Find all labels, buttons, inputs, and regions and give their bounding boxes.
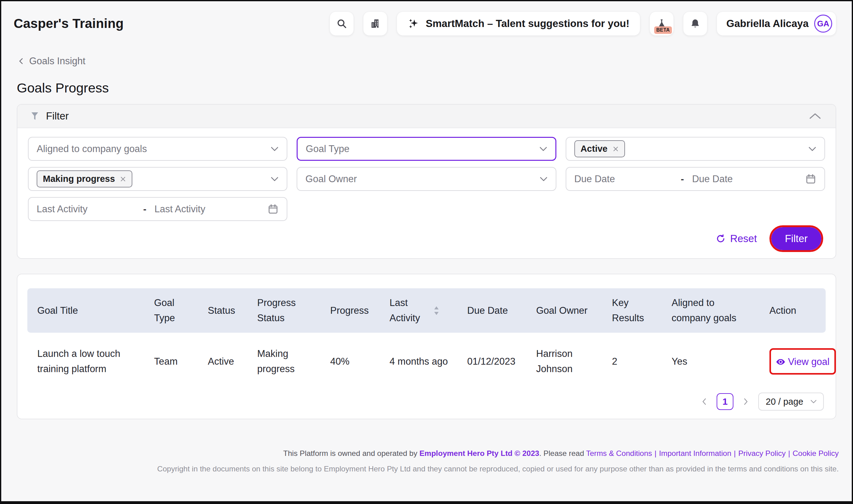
column-header-status: Status xyxy=(208,303,257,319)
last-activity-start-placeholder: Last Activity xyxy=(37,203,143,215)
smartmatch-banner-button[interactable]: SmartMatch – Talent suggestions for you! xyxy=(397,12,640,36)
pagination-page-1[interactable]: 1 xyxy=(717,393,733,410)
cell-action: View goal xyxy=(769,348,828,375)
top-bar: Casper's Training xyxy=(1,1,852,36)
footer-legal-line: This Platform is owned and operated by E… xyxy=(1,449,839,458)
page-title: Goals Progress xyxy=(17,80,852,95)
user-menu-button[interactable]: Gabriella Alicaya GA xyxy=(717,12,836,36)
status-select[interactable]: Active xyxy=(565,137,825,161)
pagination-prev-icon[interactable] xyxy=(699,396,709,408)
cell-due-date: 01/12/2023 xyxy=(467,354,536,369)
column-header-key-results: Key Results xyxy=(612,295,672,325)
filter-panel-header: Filter xyxy=(17,105,836,128)
column-header-last-activity[interactable]: Last Activity xyxy=(389,295,467,325)
filter-panel-title: Filter xyxy=(46,110,69,122)
filter-submit-button[interactable]: Filter xyxy=(771,227,821,250)
progress-status-chip[interactable]: Making progress xyxy=(37,170,132,187)
filter-panel-body: Aligned to company goals Goal Type Activ… xyxy=(17,128,836,258)
notifications-button[interactable] xyxy=(683,12,707,36)
pagination: 1 20 / page xyxy=(27,393,826,411)
due-date-end-placeholder: Due Date xyxy=(692,174,733,185)
cell-aligned: Yes xyxy=(672,354,769,369)
column-header-goal-type: Goal Type xyxy=(154,295,208,325)
footer-separator: | xyxy=(734,449,735,457)
page-size-value: 20 / page xyxy=(766,397,803,407)
cookie-policy-link[interactable]: Cookie Policy xyxy=(793,449,839,457)
collapse-chevron-up-icon[interactable] xyxy=(808,112,822,120)
user-name: Gabriella Alicaya xyxy=(726,18,808,30)
goal-type-select[interactable]: Goal Type xyxy=(297,137,556,161)
chevron-down-icon xyxy=(810,399,817,404)
footer-mid: . Please read xyxy=(539,449,586,457)
filter-actions: Reset Filter xyxy=(28,221,825,252)
chip-close-icon[interactable] xyxy=(120,176,126,182)
view-goal-link[interactable]: View goal xyxy=(776,354,830,369)
employment-hero-link[interactable]: Employment Hero Pty Ltd © 2023 xyxy=(419,449,539,457)
breadcrumb-back-link[interactable]: Goals Insight xyxy=(17,56,85,67)
reset-button[interactable]: Reset xyxy=(716,233,757,245)
progress-status-select[interactable]: Making progress xyxy=(28,167,288,191)
column-header-aligned: Aligned to company goals xyxy=(672,295,769,325)
important-information-link[interactable]: Important Information xyxy=(659,449,731,457)
sort-icon[interactable] xyxy=(433,305,440,316)
footer: This Platform is owned and operated by E… xyxy=(1,449,852,473)
aligned-to-company-goals-select[interactable]: Aligned to company goals xyxy=(28,137,288,161)
footer-prefix: This Platform is owned and operated by xyxy=(283,449,420,457)
annotation-ring-filter-button: Filter xyxy=(769,225,823,252)
column-header-action: Action xyxy=(769,303,828,319)
goal-owner-placeholder: Goal Owner xyxy=(306,174,356,185)
cell-last-activity: 4 months ago xyxy=(389,354,467,369)
column-header-due-date: Due Date xyxy=(467,303,536,319)
terms-link[interactable]: Terms & Conditions xyxy=(586,449,652,457)
footer-copyright-line: Copyright in the documents on this site … xyxy=(1,465,839,473)
last-activity-range-input[interactable]: Last Activity - Last Activity xyxy=(28,197,288,221)
footer-separator: | xyxy=(655,449,656,457)
view-goal-label: View goal xyxy=(788,355,830,369)
status-chip[interactable]: Active xyxy=(574,140,625,157)
breadcrumb-label: Goals Insight xyxy=(29,56,85,67)
column-header-progress-status: Progress Status xyxy=(257,295,330,325)
cell-status: Active xyxy=(208,354,257,369)
range-separator: - xyxy=(143,203,146,215)
due-date-start-placeholder: Due Date xyxy=(574,174,681,185)
chevron-down-icon xyxy=(271,146,279,151)
pagination-next-icon[interactable] xyxy=(741,396,751,408)
app-title: Casper's Training xyxy=(14,16,124,31)
sparkles-icon xyxy=(407,17,420,30)
chevron-left-icon xyxy=(17,57,25,65)
footer-separator: | xyxy=(788,449,790,457)
avatar: GA xyxy=(814,15,832,33)
column-header-goal-owner: Goal Owner xyxy=(536,303,612,319)
organisation-button[interactable] xyxy=(363,12,387,36)
reset-label: Reset xyxy=(730,233,757,245)
calendar-icon xyxy=(267,203,279,215)
search-button[interactable] xyxy=(330,12,354,36)
cell-goal-owner: Harrison Johnson xyxy=(536,346,612,376)
smartmatch-label: SmartMatch – Talent suggestions for you! xyxy=(425,18,629,30)
table-header-row: Goal Title Goal Type Status Progress Sta… xyxy=(27,288,826,333)
privacy-policy-link[interactable]: Privacy Policy xyxy=(738,449,786,457)
search-icon xyxy=(336,18,347,29)
column-header-goal-title: Goal Title xyxy=(37,303,154,319)
reset-icon xyxy=(716,234,726,244)
annotation-rect-view-goal: View goal xyxy=(769,348,836,375)
labs-beta-button[interactable]: BETA xyxy=(649,12,674,36)
due-date-range-input[interactable]: Due Date - Due Date xyxy=(565,167,825,191)
filter-panel: Filter Aligned to company goals Goal Typ… xyxy=(17,104,836,259)
chevron-down-icon xyxy=(271,177,279,182)
funnel-icon xyxy=(30,111,40,121)
calendar-icon xyxy=(805,174,816,185)
last-activity-end-placeholder: Last Activity xyxy=(154,203,205,215)
goal-owner-select[interactable]: Goal Owner xyxy=(297,167,556,191)
chevron-down-icon xyxy=(540,177,547,182)
column-header-progress: Progress xyxy=(330,303,389,319)
top-bar-actions: SmartMatch – Talent suggestions for you!… xyxy=(330,12,836,36)
chevron-down-icon xyxy=(539,146,547,151)
cell-goal-type: Team xyxy=(154,354,208,369)
chip-close-icon[interactable] xyxy=(613,146,619,152)
page-size-select[interactable]: 20 / page xyxy=(758,393,824,411)
beta-badge: BETA xyxy=(654,26,672,34)
cell-key-results: 2 xyxy=(612,354,672,369)
aligned-placeholder: Aligned to company goals xyxy=(37,143,147,155)
goals-table-card: Goal Title Goal Type Status Progress Sta… xyxy=(17,274,836,419)
